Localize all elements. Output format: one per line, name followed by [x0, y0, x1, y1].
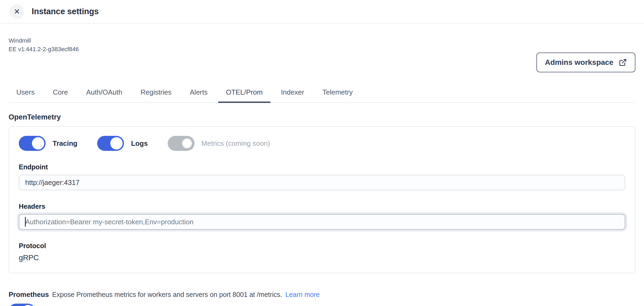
close-button[interactable]: ✕ [10, 4, 24, 19]
tab-telemetry[interactable]: Telemetry [315, 87, 361, 102]
learn-more-link[interactable]: Learn more [286, 291, 320, 298]
endpoint-field: Endpoint [19, 163, 625, 190]
toggle-knob [181, 137, 193, 150]
page-title: Instance settings [32, 7, 99, 16]
logs-toggle-label: Logs [131, 139, 148, 148]
tracing-toggle[interactable] [19, 136, 46, 151]
text-caret [25, 217, 26, 227]
toggle-knob [32, 137, 44, 150]
protocol-label: Protocol [19, 242, 625, 250]
tab-users[interactable]: Users [9, 87, 42, 102]
prometheus-description: Expose Prometheus metrics for workers an… [52, 291, 282, 298]
logs-toggle[interactable] [97, 136, 124, 151]
toggle-knob [22, 305, 34, 306]
prometheus-heading: Prometheus [9, 290, 49, 299]
tracing-toggle-label: Tracing [53, 139, 77, 148]
headers-label: Headers [19, 203, 625, 210]
tab-registries[interactable]: Registries [133, 87, 180, 102]
tracing-toggle-group: Tracing [19, 136, 77, 151]
metrics-toggle-group: Metrics (coming soon) [168, 136, 270, 151]
metrics-toggle [168, 136, 195, 151]
opentelemetry-panel: Tracing Logs Metrics (coming soon) Endpo… [9, 126, 635, 273]
admins-workspace-label: Admins workspace [545, 58, 613, 67]
headers-input[interactable] [19, 214, 625, 230]
protocol-field: Protocol gRPC [19, 242, 625, 262]
logs-toggle-group: Logs [97, 136, 148, 151]
otel-toggle-row: Tracing Logs Metrics (coming soon) [19, 136, 625, 151]
close-icon: ✕ [14, 7, 20, 16]
tab-indexer[interactable]: Indexer [273, 87, 312, 102]
tab-alerts[interactable]: Alerts [182, 87, 215, 102]
protocol-value: gRPC [19, 253, 625, 262]
app-name: Windmill [9, 36, 644, 45]
tab-otel-prom[interactable]: OTEL/Prom [218, 87, 270, 102]
toggle-knob [110, 137, 123, 150]
version-block: Windmill EE v1.441.2-2-g383ecf846 [9, 36, 644, 54]
tab-auth-oauth[interactable]: Auth/OAuth [78, 87, 130, 102]
endpoint-label: Endpoint [19, 163, 625, 171]
prometheus-section: Prometheus Expose Prometheus metrics for… [9, 290, 635, 306]
opentelemetry-heading: OpenTelemetry [9, 113, 635, 121]
otel-prom-tab-panel: OpenTelemetry Tracing Logs Metrics (comi… [0, 113, 644, 306]
endpoint-input[interactable] [19, 175, 625, 190]
headers-field: Headers [19, 203, 625, 230]
settings-tab-bar: Users Core Auth/OAuth Registries Alerts … [9, 87, 635, 103]
admins-workspace-button[interactable]: Admins workspace [536, 53, 635, 72]
external-link-icon [619, 58, 627, 66]
modal-header: ✕ Instance settings [0, 0, 644, 24]
prometheus-toggle[interactable] [9, 304, 35, 306]
tab-core[interactable]: Core [45, 87, 76, 102]
metrics-toggle-label: Metrics (coming soon) [202, 139, 270, 148]
